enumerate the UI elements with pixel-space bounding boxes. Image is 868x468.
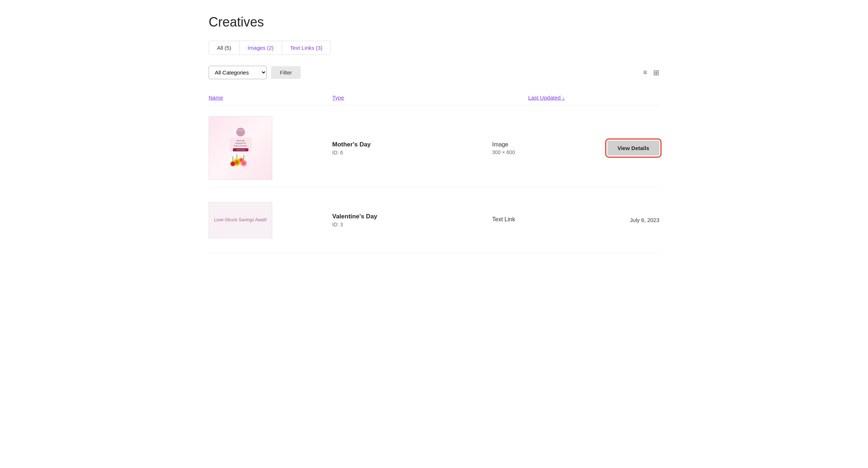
category-select[interactable]: All Categories xyxy=(209,66,267,79)
svg-point-15 xyxy=(240,159,242,161)
thumbnail-image: ALE'S FLOWERS & GIFTS Blooming Surprises… xyxy=(209,117,272,179)
svg-text:Surprises for: Surprises for xyxy=(235,142,246,144)
svg-point-0 xyxy=(236,128,245,136)
page-title: Creatives xyxy=(209,15,659,30)
svg-point-11 xyxy=(242,161,245,165)
view-details-button[interactable]: View Details xyxy=(607,141,659,156)
name-cell: Valentine's Day ID: 3 xyxy=(332,213,492,227)
svg-point-13 xyxy=(232,162,234,165)
last-updated-value: July 6, 2023 xyxy=(630,217,659,223)
type-cell: Text Link xyxy=(492,216,565,224)
table-row: ALE'S FLOWERS & GIFTS Blooming Surprises… xyxy=(209,109,659,187)
actions-cell: July 6, 2023 xyxy=(565,217,659,223)
grid-view-icon[interactable]: ⊞ xyxy=(653,68,659,77)
creative-name: Valentine's Day xyxy=(332,213,492,220)
tab-all[interactable]: All (5) xyxy=(209,41,240,55)
creative-id: ID: 6 xyxy=(332,150,492,156)
col-header-last-updated[interactable]: Last Updated ↓ xyxy=(492,94,565,101)
name-cell: Mother's Day ID: 6 xyxy=(332,141,492,156)
col-header-name[interactable]: Name xyxy=(209,94,332,101)
thumbnail-cell: Love-Struck Savings Await! xyxy=(209,202,332,238)
creative-id: ID: 3 xyxy=(332,222,492,227)
svg-text:ALE'S FLOWERS & GIFTS: ALE'S FLOWERS & GIFTS xyxy=(233,130,248,131)
tab-text-links[interactable]: Text Links (3) xyxy=(282,41,330,55)
page-container: Creatives All (5) Images (2) Text Links … xyxy=(180,0,688,267)
svg-text:Blooming: Blooming xyxy=(237,140,245,142)
view-controls: ≡ ⊞ xyxy=(643,68,659,77)
type-name: Text Link xyxy=(492,216,565,223)
filter-row: All Categories Filter ≡ ⊞ xyxy=(209,66,659,79)
placeholder-text: Love-Struck Savings Await! xyxy=(214,217,267,223)
table-row: Love-Struck Savings Await! Valentine's D… xyxy=(209,187,659,253)
svg-text:SHOP NOW: SHOP NOW xyxy=(236,149,245,151)
svg-point-9 xyxy=(234,160,239,164)
filter-button[interactable]: Filter xyxy=(271,66,301,79)
table-header: Name Type Last Updated ↓ xyxy=(209,90,659,105)
list-view-icon[interactable]: ≡ xyxy=(643,68,647,77)
actions-cell: View Details xyxy=(565,141,659,156)
flower-image: ALE'S FLOWERS & GIFTS Blooming Surprises… xyxy=(222,126,259,170)
thumbnail-cell: ALE'S FLOWERS & GIFTS Blooming Surprises… xyxy=(209,116,332,180)
type-dimensions: 300 × 600 xyxy=(492,149,565,155)
tab-images[interactable]: Images (2) xyxy=(240,41,282,55)
type-name: Image xyxy=(492,141,565,148)
tabs-container: All (5) Images (2) Text Links (3) xyxy=(209,41,331,55)
creative-thumbnail-placeholder: Love-Struck Savings Await! xyxy=(209,202,272,238)
creative-thumbnail: ALE'S FLOWERS & GIFTS Blooming Surprises… xyxy=(209,116,272,180)
type-cell: Image 300 × 600 xyxy=(492,141,565,155)
creative-name: Mother's Day xyxy=(332,141,492,148)
col-header-type[interactable]: Type xyxy=(332,94,492,101)
svg-text:Every Occasion: Every Occasion xyxy=(234,144,247,146)
